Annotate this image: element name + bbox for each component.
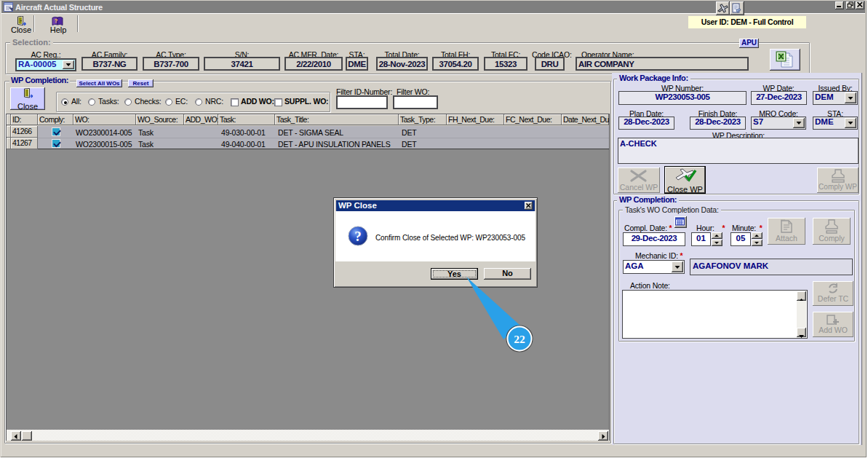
svg-text:22: 22 bbox=[514, 333, 525, 345]
svg-text:?: ? bbox=[55, 17, 58, 24]
svg-text:?: ? bbox=[354, 229, 362, 244]
